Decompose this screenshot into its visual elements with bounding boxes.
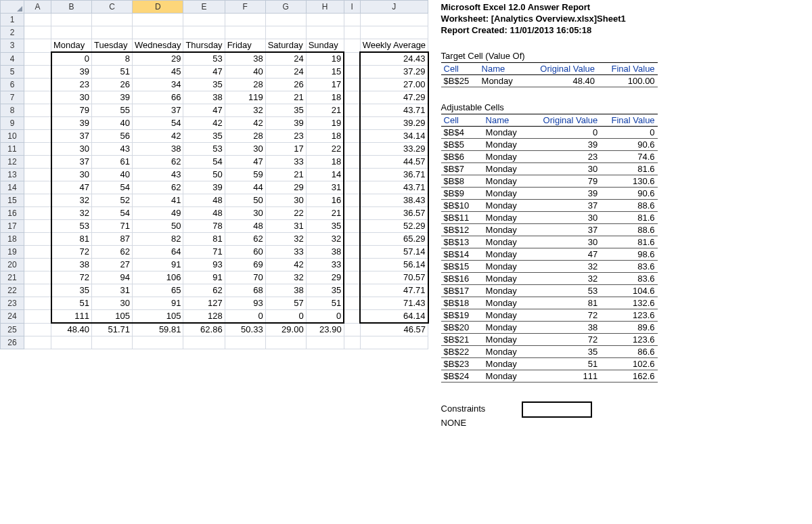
row-header-19[interactable]: 19 <box>1 246 24 259</box>
data-cell[interactable]: 18 <box>306 130 344 143</box>
footer-cell[interactable]: 59.81 <box>133 323 183 336</box>
cell[interactable] <box>344 79 360 91</box>
cell[interactable] <box>92 14 133 26</box>
cell[interactable] <box>225 336 265 349</box>
weekly-avg-cell[interactable]: 36.57 <box>360 207 428 220</box>
cell[interactable] <box>344 194 360 207</box>
data-cell[interactable]: 41 <box>133 194 183 207</box>
data-cell[interactable]: 19 <box>306 52 344 66</box>
cell[interactable] <box>24 104 51 117</box>
cell[interactable] <box>344 104 360 117</box>
cell[interactable] <box>344 26 360 39</box>
data-cell[interactable]: 72 <box>51 246 92 259</box>
data-cell[interactable]: 128 <box>183 310 225 324</box>
data-cell[interactable]: 72 <box>51 271 92 284</box>
row-header-4[interactable]: 4 <box>1 52 24 66</box>
cell[interactable] <box>360 336 428 349</box>
data-cell[interactable]: 64 <box>133 246 183 259</box>
data-cell[interactable]: 14 <box>306 169 344 181</box>
data-cell[interactable]: 62 <box>183 284 225 297</box>
data-cell[interactable]: 37 <box>133 104 183 117</box>
data-cell[interactable]: 105 <box>92 310 133 324</box>
data-cell[interactable]: 43 <box>92 143 133 156</box>
data-cell[interactable]: 0 <box>306 310 344 324</box>
cell[interactable] <box>133 26 183 39</box>
row-header-3[interactable]: 3 <box>1 39 24 53</box>
cell[interactable] <box>24 336 51 349</box>
cell[interactable] <box>306 14 344 26</box>
data-cell[interactable]: 42 <box>133 130 183 143</box>
cell[interactable] <box>24 284 51 297</box>
data-cell[interactable]: 38 <box>225 52 265 66</box>
weekly-avg-header[interactable]: Weekly Average <box>360 39 428 53</box>
data-cell[interactable]: 51 <box>51 297 92 310</box>
data-cell[interactable]: 50 <box>225 194 265 207</box>
cell[interactable] <box>306 336 344 349</box>
cell[interactable] <box>24 79 51 91</box>
col-header-B[interactable]: B <box>51 1 92 14</box>
cell[interactable] <box>344 117 360 130</box>
cell[interactable] <box>133 14 183 26</box>
footer-cell[interactable]: 51.71 <box>92 323 133 336</box>
data-cell[interactable]: 38 <box>306 246 344 259</box>
cell[interactable] <box>344 323 360 336</box>
data-cell[interactable]: 23 <box>51 79 92 91</box>
data-cell[interactable]: 28 <box>225 79 265 91</box>
data-cell[interactable]: 30 <box>225 143 265 156</box>
data-cell[interactable]: 39 <box>92 91 133 104</box>
cell[interactable] <box>24 271 51 284</box>
data-cell[interactable]: 21 <box>265 91 306 104</box>
data-cell[interactable]: 33 <box>265 246 306 259</box>
data-cell[interactable]: 127 <box>183 297 225 310</box>
data-cell[interactable]: 17 <box>306 79 344 91</box>
data-cell[interactable]: 35 <box>183 79 225 91</box>
day-header[interactable]: Monday <box>51 39 92 53</box>
weekly-avg-cell[interactable]: 39.29 <box>360 117 428 130</box>
weekly-avg-cell[interactable]: 44.57 <box>360 156 428 169</box>
weekly-avg-cell[interactable]: 36.71 <box>360 169 428 181</box>
cell[interactable] <box>51 14 92 26</box>
data-cell[interactable]: 54 <box>92 207 133 220</box>
cell[interactable] <box>344 259 360 271</box>
cell[interactable] <box>344 169 360 181</box>
data-cell[interactable]: 106 <box>133 271 183 284</box>
data-cell[interactable]: 26 <box>265 79 306 91</box>
cell[interactable] <box>265 26 306 39</box>
cell[interactable] <box>51 336 92 349</box>
data-cell[interactable]: 39 <box>265 117 306 130</box>
data-cell[interactable]: 57 <box>265 297 306 310</box>
data-cell[interactable]: 40 <box>225 66 265 79</box>
row-header-17[interactable]: 17 <box>1 220 24 233</box>
data-cell[interactable]: 35 <box>265 104 306 117</box>
data-cell[interactable]: 71 <box>183 246 225 259</box>
data-cell[interactable]: 45 <box>133 66 183 79</box>
data-cell[interactable]: 18 <box>306 91 344 104</box>
col-header-D[interactable]: D <box>133 1 183 14</box>
cell[interactable] <box>344 310 360 324</box>
data-cell[interactable]: 0 <box>265 310 306 324</box>
weekly-avg-cell[interactable]: 43.71 <box>360 181 428 194</box>
weekly-avg-cell[interactable]: 71.43 <box>360 297 428 310</box>
data-cell[interactable]: 81 <box>51 233 92 246</box>
data-cell[interactable]: 19 <box>306 117 344 130</box>
weekly-avg-cell[interactable]: 33.29 <box>360 143 428 156</box>
footer-cell[interactable]: 29.00 <box>265 323 306 336</box>
data-cell[interactable]: 56 <box>92 130 133 143</box>
row-header-20[interactable]: 20 <box>1 259 24 271</box>
cell[interactable] <box>92 336 133 349</box>
data-cell[interactable]: 40 <box>92 169 133 181</box>
weekly-avg-cell[interactable]: 27.00 <box>360 79 428 91</box>
cell[interactable] <box>24 52 51 66</box>
cell[interactable] <box>24 143 51 156</box>
data-cell[interactable]: 66 <box>133 91 183 104</box>
data-cell[interactable]: 39 <box>183 181 225 194</box>
data-cell[interactable]: 29 <box>306 271 344 284</box>
data-cell[interactable]: 111 <box>51 310 92 324</box>
row-header-14[interactable]: 14 <box>1 181 24 194</box>
weekly-avg-cell[interactable]: 64.14 <box>360 310 428 324</box>
data-cell[interactable]: 29 <box>133 52 183 66</box>
data-cell[interactable]: 61 <box>92 156 133 169</box>
data-cell[interactable]: 33 <box>265 156 306 169</box>
data-cell[interactable]: 30 <box>51 143 92 156</box>
footer-cell[interactable]: 62.86 <box>183 323 225 336</box>
